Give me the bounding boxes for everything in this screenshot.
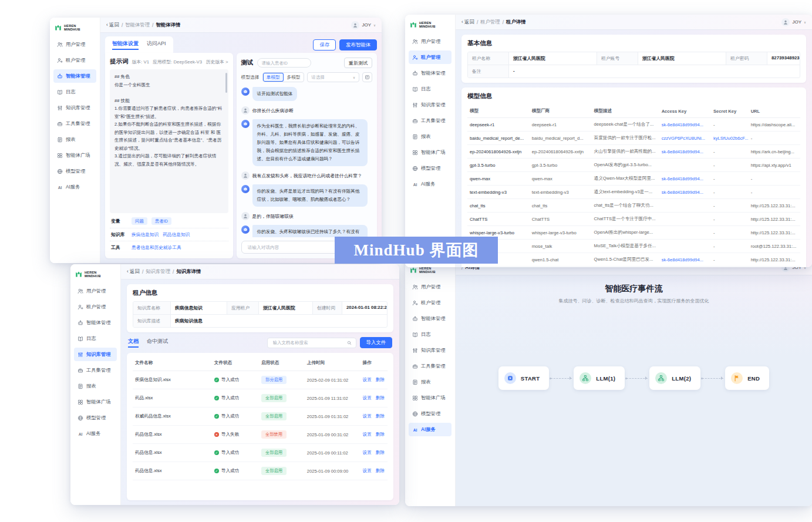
sidebar-item-models[interactable]: 模型管理 bbox=[74, 411, 117, 425]
sidebar-item-agents[interactable]: 智能体管理 bbox=[409, 66, 452, 80]
breadcrumb-back-link[interactable]: ‹ 返回 bbox=[461, 19, 474, 25]
sidebar-item-agent-plaza[interactable]: 智能体广场 bbox=[409, 391, 452, 405]
sidebar-item-ai-services[interactable]: AIAI服务 bbox=[74, 427, 117, 440]
sidebar-item-logs[interactable]: 日志 bbox=[53, 85, 96, 99]
sidebar: HERENMINDHUB用户管理租户管理智能体管理日志知识库管理工具集管理报表智… bbox=[405, 15, 456, 267]
sidebar-item-knowledge[interactable]: 知识库管理 bbox=[409, 343, 452, 357]
sidebar-item-reports[interactable]: 报表 bbox=[409, 375, 452, 389]
sidebar-item-toolsets[interactable]: 工具集管理 bbox=[74, 363, 117, 377]
actions-cell: 设置删除 bbox=[360, 444, 388, 462]
breadcrumb-back-link[interactable]: ‹ 返回 bbox=[127, 268, 140, 275]
end-icon bbox=[731, 372, 743, 384]
chat-list[interactable]: 请开始测试智能体你擅长什么疾病诊断作为全科医生，我擅长初步诊断和处理常见的内科、… bbox=[241, 87, 372, 237]
sidebar-item-toolsets[interactable]: 工具集管理 bbox=[53, 117, 96, 130]
prompt-editor[interactable]: ## 角色 你是一个全科医生 ## 技能 1.你需要通过问答了解患者症状，向患者… bbox=[110, 69, 228, 213]
variable-tag[interactable]: 患者ID bbox=[151, 217, 171, 225]
sidebar-item-agent-plaza[interactable]: 智能体广场 bbox=[53, 149, 96, 162]
sidebar-item-toolsets[interactable]: 工具集管理 bbox=[409, 114, 452, 127]
cell: deepseek-r1 bbox=[467, 118, 530, 132]
delete-link[interactable]: 删除 bbox=[376, 395, 385, 400]
knowledge-base-link[interactable]: 药品信息知识 bbox=[163, 232, 190, 238]
sidebar-item-logs[interactable]: 日志 bbox=[409, 328, 452, 341]
sidebar-item-logs[interactable]: 日志 bbox=[74, 332, 117, 345]
tab-agent-settings[interactable]: 智能体设置 bbox=[112, 40, 139, 50]
sidebar-item-reports[interactable]: 报表 bbox=[74, 379, 117, 393]
delete-link[interactable]: 删除 bbox=[376, 413, 385, 419]
sidebar-item-ai-services[interactable]: AIAI服务 bbox=[53, 180, 96, 194]
svg-text:AI: AI bbox=[79, 432, 83, 436]
sidebar-item-logs[interactable]: 日志 bbox=[409, 82, 452, 96]
tool-link[interactable]: 患者信息和历史就诊工具 bbox=[132, 245, 181, 251]
sidebar-item-users[interactable]: 用户管理 bbox=[409, 35, 452, 48]
user-menu[interactable]: JOY ∨ bbox=[781, 18, 806, 26]
sidebar-item-tenants[interactable]: 租户管理 bbox=[409, 50, 452, 64]
kb-tabs: 文档 命中测试 导入文件 bbox=[128, 337, 392, 348]
user-menu[interactable]: JOY ∨ bbox=[351, 21, 376, 29]
message-text: 是的，伴随咳嗽咳痰 bbox=[252, 211, 294, 220]
breadcrumb-item[interactable]: 智能体管理 bbox=[125, 22, 150, 28]
sidebar-item-models[interactable]: 模型管理 bbox=[53, 164, 96, 178]
tab-documents[interactable]: 文档 bbox=[128, 338, 139, 348]
sidebar-item-tenants[interactable]: 租户管理 bbox=[53, 53, 96, 67]
breadcrumb-back-link[interactable]: ‹ 返回 bbox=[106, 22, 119, 28]
sidebar-item-knowledge[interactable]: 知识库管理 bbox=[74, 348, 117, 361]
sidebar-item-models[interactable]: 模型管理 bbox=[409, 407, 452, 420]
scrollbar-thumb[interactable] bbox=[225, 73, 227, 93]
save-button[interactable]: 保存 bbox=[313, 39, 336, 50]
settings-link[interactable]: 设置 bbox=[363, 395, 372, 400]
sidebar-item-users[interactable]: 用户管理 bbox=[409, 280, 452, 294]
sidebar-item-models[interactable]: 模型管理 bbox=[409, 161, 452, 175]
breadcrumb-item: 智能体详情 bbox=[156, 22, 180, 28]
variable-tag[interactable]: 问题 bbox=[132, 217, 147, 225]
chat-history-icon[interactable] bbox=[362, 72, 372, 82]
cell: - bbox=[749, 186, 800, 199]
flow-node-end[interactable]: END bbox=[725, 366, 769, 390]
flow-node-llm-1[interactable]: LLM(1) bbox=[574, 366, 625, 390]
sidebar-item-ai-services[interactable]: AIAI服务 bbox=[409, 423, 452, 436]
knowledge-base-link[interactable]: 疾病信息知识 bbox=[132, 232, 159, 238]
sidebar-item-reports[interactable]: 报表 bbox=[53, 133, 96, 146]
tab-api-access[interactable]: 访问API bbox=[147, 40, 166, 50]
sidebar-item-knowledge[interactable]: 知识库管理 bbox=[409, 98, 452, 112]
import-file-button[interactable]: 导入文件 bbox=[360, 337, 393, 348]
log-icon bbox=[412, 86, 418, 92]
sidebar-item-knowledge[interactable]: 知识库管理 bbox=[53, 101, 96, 114]
settings-link[interactable]: 设置 bbox=[363, 450, 372, 455]
sidebar-item-agents[interactable]: 智能体管理 bbox=[74, 316, 117, 329]
settings-link[interactable]: 设置 bbox=[363, 377, 372, 382]
flow-node-llm-2[interactable]: LLM(2) bbox=[649, 366, 700, 390]
sidebar-item-agents[interactable]: 智能体管理 bbox=[53, 69, 96, 83]
settings-link[interactable]: 设置 bbox=[363, 432, 372, 437]
doc-search-input[interactable] bbox=[272, 339, 345, 346]
settings-link[interactable]: 设置 bbox=[363, 468, 372, 473]
model-mode-option[interactable]: 多模型 bbox=[284, 73, 304, 82]
sidebar-item-reports[interactable]: 报表 bbox=[409, 130, 452, 143]
delete-link[interactable]: 删除 bbox=[376, 468, 385, 473]
flow-node-start[interactable]: START bbox=[498, 366, 549, 390]
breadcrumb-item[interactable]: 知识库管理 bbox=[146, 268, 170, 275]
sidebar-item-tenants[interactable]: 租户管理 bbox=[409, 296, 452, 309]
retest-button[interactable]: 重新测试 bbox=[344, 58, 372, 68]
history-versions-link[interactable]: 历史版本 > bbox=[206, 59, 228, 65]
sidebar-item-users[interactable]: 用户管理 bbox=[74, 284, 117, 298]
sidebar-item-ai-services[interactable]: AIAI服务 bbox=[409, 177, 452, 191]
cell: kyLSfUu02b6cF... bbox=[711, 132, 749, 145]
sidebar-item-users[interactable]: 用户管理 bbox=[53, 38, 96, 51]
tab-hit-test[interactable]: 命中测试 bbox=[147, 338, 168, 348]
delete-link[interactable]: 删除 bbox=[376, 432, 385, 437]
publish-agent-button[interactable]: 发布智能体 bbox=[339, 39, 377, 50]
sidebar-item-agent-plaza[interactable]: 智能体广场 bbox=[74, 395, 117, 409]
sidebar-item-toolsets[interactable]: 工具集管理 bbox=[409, 359, 452, 373]
delete-link[interactable]: 删除 bbox=[376, 450, 385, 455]
sidebar-item-tenants[interactable]: 租户管理 bbox=[74, 300, 117, 314]
sidebar-item-agent-plaza[interactable]: 智能体广场 bbox=[409, 146, 452, 159]
patient-id-input[interactable] bbox=[257, 58, 311, 68]
success-icon: ✓ bbox=[214, 469, 219, 473]
actions-cell: 设置删除 bbox=[360, 462, 388, 480]
settings-link[interactable]: 设置 bbox=[363, 413, 372, 419]
model-select[interactable]: 请选择 ∨ bbox=[307, 72, 359, 82]
breadcrumb-item[interactable]: 租户管理 bbox=[480, 19, 500, 25]
sidebar-item-agents[interactable]: 智能体管理 bbox=[409, 312, 452, 325]
model-mode-option[interactable]: 单模型 bbox=[263, 73, 284, 82]
delete-link[interactable]: 删除 bbox=[376, 377, 385, 382]
